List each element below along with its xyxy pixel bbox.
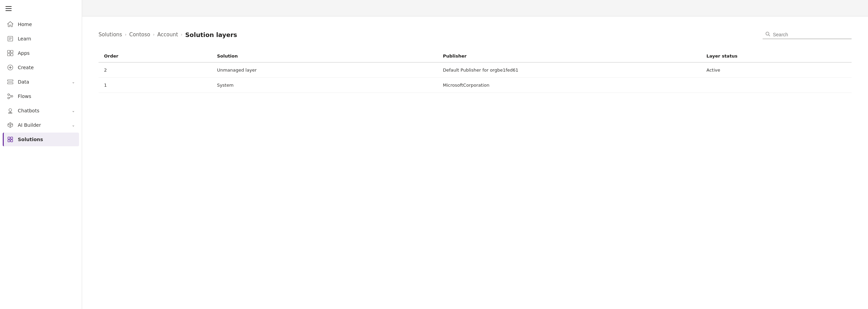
learn-icon [7, 35, 14, 42]
top-bar [82, 0, 868, 16]
svg-rect-7 [11, 53, 13, 56]
cell-status-1: Active [701, 62, 852, 78]
cell-publisher-1: Default Publisher for orgbe1fed61 [437, 62, 701, 78]
search-icon [765, 32, 770, 37]
hamburger-menu[interactable] [0, 3, 82, 17]
search-box [763, 30, 852, 39]
cell-order-2: 1 [99, 78, 211, 93]
sidebar-item-label-ai-builder: AI Builder [18, 122, 68, 128]
svg-rect-18 [11, 137, 13, 139]
chevron-down-icon-ai: ⌄ [72, 123, 75, 127]
svg-rect-6 [8, 53, 10, 56]
sidebar-item-label-apps: Apps [18, 50, 75, 56]
table-body: 2 Unmanaged layer Default Publisher for … [99, 62, 852, 93]
sidebar-item-apps[interactable]: Apps [3, 46, 79, 60]
table-row[interactable]: 2 Unmanaged layer Default Publisher for … [99, 62, 852, 78]
sidebar-item-label-learn: Learn [18, 36, 75, 41]
cell-solution-2: System [211, 78, 437, 93]
svg-point-11 [8, 94, 10, 96]
breadcrumb: Solutions › Contoso › Account › Solution… [99, 31, 237, 38]
chatbots-icon [7, 107, 14, 114]
apps-icon [7, 50, 14, 57]
svg-rect-19 [8, 140, 10, 142]
svg-point-13 [8, 97, 10, 99]
svg-point-16 [11, 112, 12, 114]
cell-publisher-2: MicrosoftCorporation [437, 78, 701, 93]
svg-rect-4 [8, 50, 10, 53]
table-header: Order Solution Publisher Layer status [99, 50, 852, 62]
search-input[interactable] [773, 32, 841, 37]
sidebar-item-learn[interactable]: Learn [3, 32, 79, 46]
svg-rect-1 [5, 8, 12, 9]
create-icon [7, 64, 14, 71]
sidebar-item-create[interactable]: Create [3, 61, 79, 74]
column-header-publisher: Publisher [437, 50, 701, 62]
column-header-order: Order [99, 50, 211, 62]
cell-solution-1: Unmanaged layer [211, 62, 437, 78]
svg-point-12 [11, 96, 13, 97]
cell-order-1: 2 [99, 62, 211, 78]
breadcrumb-separator-2: › [153, 32, 155, 37]
sidebar-item-label-create: Create [18, 65, 75, 70]
breadcrumb-separator-3: › [181, 32, 182, 37]
sidebar-item-label-flows: Flows [18, 94, 75, 99]
solutions-icon [7, 136, 14, 143]
svg-rect-9 [8, 80, 13, 81]
breadcrumb-separator-1: › [125, 32, 127, 37]
sidebar-item-solutions[interactable]: Solutions [3, 133, 79, 146]
sidebar-nav: Home Learn Apps [0, 17, 82, 146]
svg-rect-5 [11, 50, 13, 53]
chevron-down-icon-chatbots: ⌄ [72, 109, 75, 113]
sidebar-item-label-data: Data [18, 79, 68, 85]
svg-point-14 [9, 109, 12, 111]
svg-rect-10 [8, 83, 13, 84]
breadcrumb-account[interactable]: Account [157, 32, 178, 38]
column-header-status: Layer status [701, 50, 852, 62]
main-content: Solutions › Contoso › Account › Solution… [82, 0, 868, 309]
sidebar-item-flows[interactable]: Flows [3, 89, 79, 103]
data-icon [7, 78, 14, 85]
svg-rect-17 [8, 137, 10, 139]
breadcrumb-solutions[interactable]: Solutions [99, 32, 122, 38]
sidebar: Home Learn Apps [0, 0, 82, 309]
sidebar-item-chatbots[interactable]: Chatbots ⌄ [3, 104, 79, 118]
column-header-solution: Solution [211, 50, 437, 62]
sidebar-item-label-chatbots: Chatbots [18, 108, 68, 113]
sidebar-item-ai-builder[interactable]: AI Builder ⌄ [3, 118, 79, 132]
home-icon [7, 21, 14, 28]
breadcrumb-row: Solutions › Contoso › Account › Solution… [99, 30, 852, 39]
svg-rect-20 [11, 140, 13, 142]
chevron-down-icon: ⌄ [72, 80, 75, 84]
sidebar-item-label-solutions: Solutions [18, 137, 75, 142]
breadcrumb-contoso[interactable]: Contoso [129, 32, 150, 38]
flows-icon [7, 93, 14, 100]
table-row[interactable]: 1 System MicrosoftCorporation [99, 78, 852, 93]
cell-status-2 [701, 78, 852, 93]
svg-rect-2 [5, 10, 12, 11]
solution-table: Order Solution Publisher Layer status 2 … [99, 50, 852, 93]
ai-builder-icon [7, 122, 14, 128]
sidebar-item-home[interactable]: Home [3, 17, 79, 31]
sidebar-item-label-home: Home [18, 22, 75, 27]
content-area: Solutions › Contoso › Account › Solution… [82, 16, 868, 309]
svg-point-15 [9, 112, 10, 114]
page-title: Solution layers [185, 31, 237, 38]
sidebar-item-data[interactable]: Data ⌄ [3, 75, 79, 89]
svg-rect-0 [5, 6, 12, 7]
